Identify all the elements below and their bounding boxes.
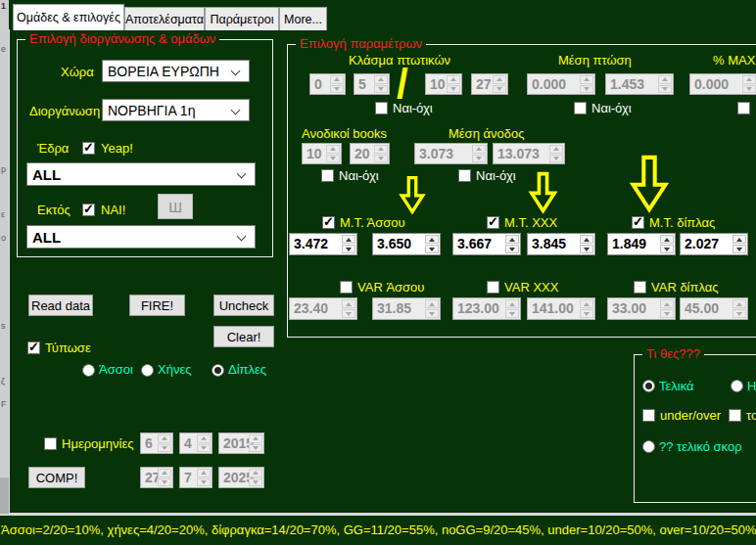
yes-no-label-4: Ναι-όχι [339, 168, 379, 183]
var-doubles-low-updown[interactable]: 33.00 [607, 297, 676, 320]
second-checkbox[interactable] [729, 409, 741, 422]
to-day-updown[interactable]: 27 [140, 467, 173, 488]
falling-updown-2[interactable]: 5 [354, 73, 390, 95]
finals-radio[interactable] [642, 380, 655, 392]
mt-xxx-low-updown[interactable]: 3.667 [452, 233, 521, 255]
yes-no-checkbox-5[interactable] [458, 169, 471, 182]
to-year-updown[interactable]: 2025 [218, 467, 264, 488]
spinner-buttons[interactable] [197, 469, 211, 486]
final-score-radio[interactable] [642, 440, 655, 453]
radio-aces[interactable] [82, 364, 95, 377]
print-checkbox[interactable] [27, 341, 40, 354]
mt-xxx-checkbox[interactable] [487, 216, 499, 229]
spinner-buttons[interactable] [580, 299, 593, 318]
yes-no-checkbox-3[interactable] [737, 102, 750, 114]
mean-fall-updown-2[interactable]: 1.453 [605, 73, 674, 95]
falling-updown-1[interactable]: 0 [309, 73, 346, 95]
spinner-buttons[interactable] [342, 235, 355, 253]
from-month-updown[interactable]: 4 [179, 432, 213, 454]
radio-doubles[interactable] [212, 364, 224, 377]
mt-aces-high-updown[interactable]: 3.650 [372, 233, 441, 255]
spinner-buttons[interactable] [742, 75, 756, 93]
yes-no-checkbox-4[interactable] [321, 169, 334, 182]
clear-button[interactable]: Clear! [213, 326, 274, 347]
halves-radio[interactable] [731, 380, 743, 392]
from-year-updown[interactable]: 2015 [218, 432, 264, 454]
var-aces-low-updown[interactable]: 23.40 [289, 297, 357, 320]
sha-button[interactable]: Ш [158, 194, 193, 219]
spinner-buttons[interactable] [505, 299, 519, 318]
under-over-checkbox[interactable] [642, 409, 655, 422]
var-doubles-checkbox[interactable] [634, 281, 646, 294]
spinner-buttons[interactable] [732, 299, 746, 318]
spinner-buttons[interactable] [374, 145, 388, 162]
tab-more[interactable]: More... [279, 7, 327, 30]
spinner-buttons[interactable] [249, 469, 262, 486]
to-month-updown[interactable]: 7 [179, 467, 213, 488]
spinner-buttons[interactable] [425, 299, 439, 318]
spinner-buttons[interactable] [158, 434, 171, 452]
var-aces-high-updown[interactable]: 31.85 [372, 297, 441, 320]
radio-draws[interactable] [141, 364, 154, 377]
spinner-buttons[interactable] [342, 299, 355, 318]
spinner-buttons[interactable] [249, 434, 262, 452]
var-xxx-low-updown[interactable]: 123.00 [452, 297, 521, 320]
yes-no-checkbox-2[interactable] [574, 102, 587, 114]
mt-xxx-high-updown[interactable]: 3.845 [527, 233, 595, 255]
home-checkbox[interactable] [82, 142, 95, 155]
away-filter-combo[interactable]: ALL [26, 225, 256, 249]
mean-fall-updown-1[interactable]: 0.000 [527, 73, 595, 95]
home-filter-combo[interactable]: ALL [26, 162, 256, 186]
competition-combo[interactable]: ΝΟΡΒΗΓΙΑ 1η [102, 99, 250, 121]
spinner-buttons[interactable] [326, 145, 340, 162]
rising-updown-1[interactable]: 10 [302, 143, 342, 164]
spinner-buttons[interactable] [425, 235, 439, 253]
spinner-buttons[interactable] [660, 235, 674, 253]
params-panel-title: Επιλογή παραμέτρων [296, 36, 426, 51]
mt-doubles-high-updown[interactable]: 2.027 [680, 233, 748, 255]
tab-results[interactable]: Αποτελέσματα [124, 7, 205, 30]
spinner-buttons[interactable] [197, 434, 211, 452]
var-doubles-high-updown[interactable]: 45.00 [680, 297, 748, 320]
comp-button[interactable]: COMP! [28, 467, 85, 488]
tab-teams-options[interactable]: Ομάδες & επιλογές [13, 4, 124, 30]
rising-updown-2[interactable]: 20 [350, 143, 390, 164]
mt-doubles-checkbox[interactable] [632, 216, 644, 229]
from-day-updown[interactable]: 6 [140, 432, 173, 454]
dates-checkbox[interactable] [44, 437, 57, 450]
var-xxx-checkbox[interactable] [487, 281, 499, 294]
yes-no-checkbox-1[interactable] [375, 102, 388, 114]
var-xxx-label: VAR XXX [504, 280, 558, 295]
pct-max-updown[interactable]: 0.000 [689, 73, 756, 95]
spinner-buttons[interactable] [374, 75, 388, 93]
mt-aces-checkbox[interactable] [322, 216, 335, 229]
away-checkbox[interactable] [82, 204, 95, 216]
spinner-buttons[interactable] [580, 235, 593, 253]
spinner-buttons[interactable] [660, 299, 674, 318]
var-aces-checkbox[interactable] [340, 281, 353, 294]
mean-rise-updown-1[interactable]: 3.073 [414, 143, 488, 164]
spinner-buttons[interactable] [658, 75, 672, 93]
tab-parameters[interactable]: Παράμετροι [205, 7, 279, 30]
spinner-buttons[interactable] [549, 145, 563, 162]
spinner-buttons[interactable] [580, 75, 593, 93]
var-xxx-high-updown[interactable]: 141.00 [527, 297, 595, 320]
spinner-buttons[interactable] [447, 75, 460, 93]
mt-aces-low-updown[interactable]: 3.472 [289, 233, 357, 255]
read-data-button[interactable]: Read data [28, 295, 93, 316]
mt-doubles-low-updown[interactable]: 1.849 [607, 233, 676, 255]
mean-rise-label: Μέση άνοδος [449, 126, 524, 141]
spinner-buttons[interactable] [472, 145, 486, 162]
spinner-buttons[interactable] [158, 469, 171, 486]
mean-rise-updown-2[interactable]: 13.073 [493, 143, 565, 164]
country-combo[interactable]: ΒΟΡΕΙΑ ΕΥΡΩΠΗ [102, 60, 250, 82]
falling-updown-4[interactable]: 27 [471, 73, 508, 95]
dates-label: Ημερομηνίες [62, 436, 133, 451]
spinner-buttons[interactable] [505, 235, 519, 253]
spinner-buttons[interactable] [330, 75, 344, 93]
spinner-buttons[interactable] [493, 75, 506, 93]
spinner-buttons[interactable] [732, 235, 746, 253]
fire-button[interactable]: FIRE! [129, 295, 185, 316]
uncheck-button[interactable]: Uncheck [213, 295, 274, 316]
falling-updown-3[interactable]: 10 [425, 73, 462, 95]
